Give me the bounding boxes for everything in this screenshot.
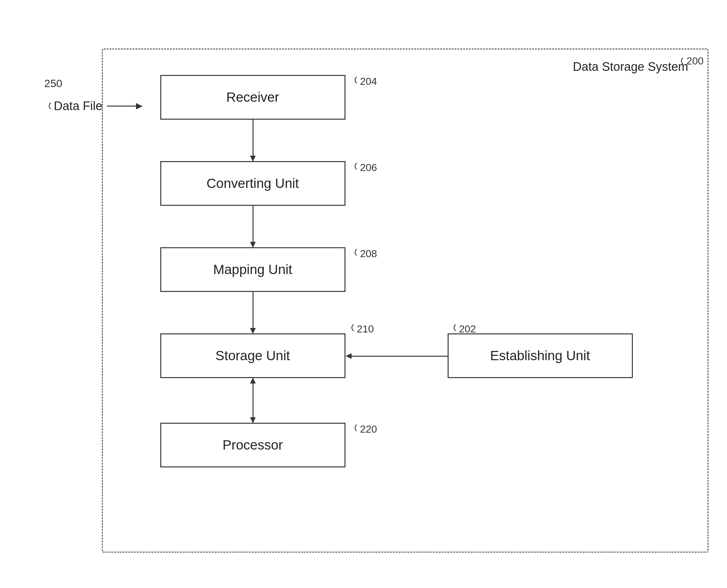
ref-220-label: 220 bbox=[360, 423, 377, 435]
arrow-establishing-storage bbox=[346, 356, 448, 357]
squiggle-204 bbox=[349, 76, 359, 85]
ref-200-label: 200 bbox=[686, 55, 703, 67]
receiver-box: Receiver bbox=[160, 75, 345, 120]
squiggle-202 bbox=[448, 323, 458, 332]
establishing-unit-box: Establishing Unit bbox=[448, 333, 633, 378]
ref-210-label: 210 bbox=[357, 323, 374, 335]
ref-204-label: 204 bbox=[360, 76, 377, 87]
establishing-unit-label: Establishing Unit bbox=[490, 348, 590, 363]
arrow-storage-processor bbox=[253, 378, 254, 423]
system-label: Data Storage System bbox=[573, 59, 688, 75]
converting-unit-box: Converting Unit bbox=[160, 161, 345, 206]
storage-unit-label: Storage Unit bbox=[216, 348, 290, 363]
processor-box: Processor bbox=[160, 423, 345, 467]
squiggle-208 bbox=[349, 248, 359, 257]
squiggle-250 bbox=[41, 101, 54, 111]
mapping-unit-box: Mapping Unit bbox=[160, 247, 345, 292]
ref-206-label: 206 bbox=[360, 162, 377, 173]
squiggle-220 bbox=[349, 423, 359, 432]
ref-202-label: 202 bbox=[459, 323, 476, 335]
data-file-label: Data File bbox=[54, 99, 102, 113]
squiggle-210 bbox=[345, 323, 356, 332]
squiggle-200 bbox=[675, 57, 685, 65]
diagram-container: 250 Data File Data Storage System 200 Re… bbox=[28, 23, 699, 565]
processor-label: Processor bbox=[223, 437, 283, 453]
outer-system-box: Data Storage System 200 Receiver 204 Con… bbox=[102, 48, 708, 552]
receiver-label: Receiver bbox=[226, 90, 279, 105]
arrow-mapping-storage bbox=[253, 292, 254, 333]
converting-unit-label: Converting Unit bbox=[206, 176, 299, 191]
mapping-unit-label: Mapping Unit bbox=[213, 262, 292, 277]
arrow-converting-mapping bbox=[253, 206, 254, 247]
squiggle-206 bbox=[349, 162, 359, 171]
storage-unit-box: Storage Unit bbox=[160, 333, 345, 378]
arrow-receiver-converting bbox=[253, 120, 254, 161]
ref-208-label: 208 bbox=[360, 248, 377, 260]
